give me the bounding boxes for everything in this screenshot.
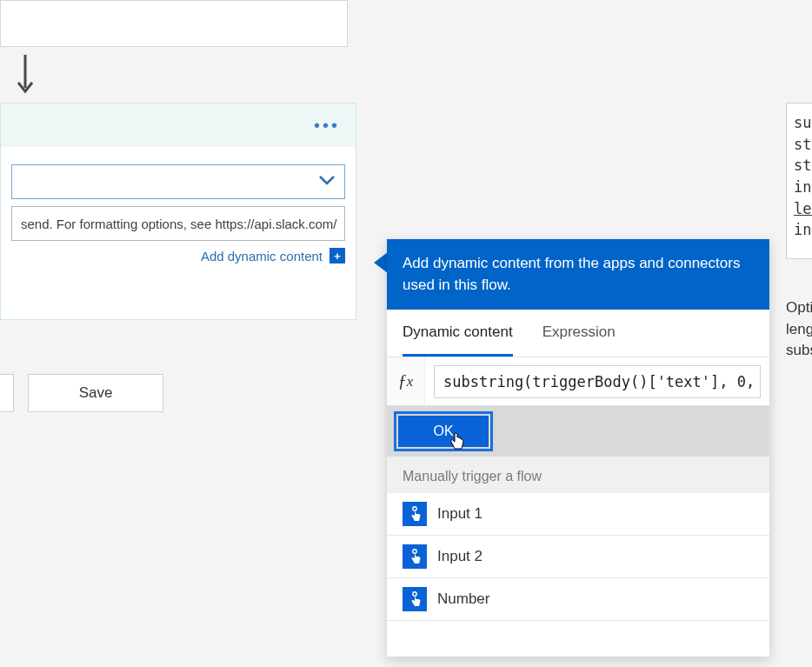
connector-arrow-icon <box>16 54 35 96</box>
ok-button-focus-ring: OK <box>394 411 493 451</box>
hint-line: inte <box>794 177 812 198</box>
intellisense-tooltip: subs stri star inte leng inte <box>786 103 812 259</box>
action-card-header: ••• <box>1 103 356 147</box>
hint-line: subs <box>794 112 812 134</box>
token-section-title: Manually trigger a flow <box>387 457 769 493</box>
token-list: Input 1 Input 2 Number <box>387 493 769 621</box>
action-card: ••• send. For formatting options, see ht… <box>0 103 356 320</box>
token-item[interactable]: Number <box>387 578 769 621</box>
touch-icon <box>403 502 427 526</box>
expression-value: substring(triggerBody()['text'], 0, 5) <box>443 373 761 390</box>
flyout-caret-icon <box>374 252 388 273</box>
hint-line: stri <box>794 134 812 156</box>
add-dynamic-content-link[interactable]: Add dynamic content <box>201 249 323 263</box>
tab-expression[interactable]: Expression <box>542 323 616 357</box>
svg-point-1 <box>413 507 416 510</box>
token-label: Input 1 <box>437 505 483 523</box>
fx-icon: ƒx <box>387 357 425 405</box>
ok-bar: OK <box>387 406 769 457</box>
hint-desc-line: subs <box>786 340 812 362</box>
cursor-pointer-icon <box>449 431 466 456</box>
touch-icon <box>403 587 427 611</box>
more-options-icon[interactable]: ••• <box>314 116 340 136</box>
dc-tabs: Dynamic content Expression <box>387 310 769 357</box>
tab-dynamic-content[interactable]: Dynamic content <box>403 323 513 357</box>
token-item[interactable]: Input 2 <box>387 536 769 578</box>
dynamic-content-header: Add dynamic content from the apps and co… <box>387 239 769 310</box>
chevron-down-icon <box>318 174 336 190</box>
hidden-button[interactable] <box>0 374 14 412</box>
svg-point-3 <box>413 592 416 596</box>
channel-dropdown[interactable] <box>11 164 345 199</box>
ok-button[interactable]: OK <box>398 416 489 447</box>
hint-line: leng <box>794 198 812 220</box>
dc-header-line1: Add dynamic content from the apps and co… <box>403 253 754 275</box>
message-text-input[interactable]: send. For formatting options, see https:… <box>11 206 345 241</box>
hint-desc-line: leng <box>786 319 812 341</box>
intellisense-description: Opti leng subs <box>786 292 812 362</box>
add-dynamic-content-icon[interactable]: + <box>329 248 345 263</box>
save-button-label: Save <box>79 384 113 402</box>
token-label: Number <box>437 590 489 608</box>
expression-input[interactable]: substring(triggerBody()['text'], 0, 5) <box>434 365 761 398</box>
token-label: Input 2 <box>437 548 483 565</box>
hint-line: star <box>794 155 812 177</box>
touch-icon <box>403 544 427 569</box>
expression-row: ƒx substring(triggerBody()['text'], 0, 5… <box>387 357 769 406</box>
hint-desc-line: Opti <box>786 297 812 319</box>
previous-action-card[interactable] <box>0 0 348 47</box>
dc-header-line2: used in this flow. <box>403 275 754 297</box>
svg-point-2 <box>413 550 416 553</box>
dynamic-content-panel: Add dynamic content from the apps and co… <box>387 239 769 657</box>
flow-designer-canvas: ••• send. For formatting options, see ht… <box>0 0 812 667</box>
hint-line: inte <box>794 219 812 241</box>
save-button[interactable]: Save <box>28 374 163 412</box>
token-item[interactable]: Input 1 <box>387 493 769 536</box>
message-text-placeholder: send. For formatting options, see https:… <box>21 217 337 231</box>
